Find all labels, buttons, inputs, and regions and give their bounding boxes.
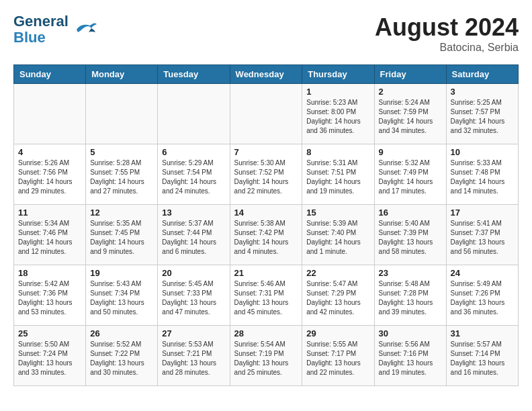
day-info: Sunrise: 5:24 AMSunset: 7:59 PMDaylight:…: [379, 98, 442, 136]
calendar-header-row: SundayMondayTuesdayWednesdayThursdayFrid…: [14, 65, 519, 84]
day-info: Sunrise: 5:47 AMSunset: 7:29 PMDaylight:…: [306, 279, 369, 317]
day-info: Sunrise: 5:31 AMSunset: 7:51 PMDaylight:…: [306, 158, 369, 196]
day-number: 27: [162, 328, 225, 338]
day-info: Sunrise: 5:48 AMSunset: 7:28 PMDaylight:…: [379, 279, 442, 317]
day-number: 9: [379, 147, 442, 157]
day-info: Sunrise: 5:39 AMSunset: 7:40 PMDaylight:…: [306, 219, 369, 257]
calendar-cell: 23Sunrise: 5:48 AMSunset: 7:28 PMDayligh…: [374, 265, 446, 326]
day-info: Sunrise: 5:37 AMSunset: 7:44 PMDaylight:…: [162, 219, 225, 257]
calendar-cell: 24Sunrise: 5:49 AMSunset: 7:26 PMDayligh…: [446, 265, 518, 326]
day-number: 7: [234, 147, 298, 157]
day-number: 14: [234, 208, 298, 218]
calendar-cell: [86, 84, 158, 144]
calendar-cell: 13Sunrise: 5:37 AMSunset: 7:44 PMDayligh…: [158, 205, 230, 265]
calendar-cell: 27Sunrise: 5:53 AMSunset: 7:21 PMDayligh…: [158, 326, 230, 386]
day-info: Sunrise: 5:49 AMSunset: 7:26 PMDaylight:…: [451, 279, 514, 317]
day-number: 5: [90, 147, 153, 157]
day-number: 11: [18, 208, 81, 218]
page-header: GeneralBlue August 2024 Batocina, Serbia: [13, 13, 519, 54]
day-info: Sunrise: 5:52 AMSunset: 7:22 PMDaylight:…: [90, 340, 153, 377]
calendar-table: SundayMondayTuesdayWednesdayThursdayFrid…: [13, 64, 519, 386]
calendar-week-row: 4Sunrise: 5:26 AMSunset: 7:56 PMDaylight…: [14, 144, 519, 205]
day-number: 31: [451, 328, 514, 338]
calendar-cell: 30Sunrise: 5:56 AMSunset: 7:16 PMDayligh…: [374, 326, 446, 386]
day-info: Sunrise: 5:32 AMSunset: 7:49 PMDaylight:…: [379, 158, 442, 196]
day-number: 15: [306, 208, 369, 218]
calendar-cell: 6Sunrise: 5:29 AMSunset: 7:54 PMDaylight…: [158, 144, 230, 205]
calendar-week-row: 18Sunrise: 5:42 AMSunset: 7:36 PMDayligh…: [14, 265, 519, 326]
calendar-cell: 29Sunrise: 5:55 AMSunset: 7:17 PMDayligh…: [302, 326, 374, 386]
calendar-cell: 11Sunrise: 5:34 AMSunset: 7:46 PMDayligh…: [14, 205, 86, 265]
day-info: Sunrise: 5:28 AMSunset: 7:55 PMDaylight:…: [90, 158, 153, 196]
calendar-cell: [14, 84, 86, 144]
weekday-header-wednesday: Wednesday: [230, 65, 302, 84]
day-info: Sunrise: 5:26 AMSunset: 7:56 PMDaylight:…: [18, 158, 81, 196]
day-info: Sunrise: 5:41 AMSunset: 7:37 PMDaylight:…: [451, 219, 514, 257]
day-number: 6: [162, 147, 225, 157]
calendar-cell: 18Sunrise: 5:42 AMSunset: 7:36 PMDayligh…: [14, 265, 86, 326]
calendar-cell: 1Sunrise: 5:23 AMSunset: 8:00 PMDaylight…: [302, 84, 374, 144]
day-info: Sunrise: 5:34 AMSunset: 7:46 PMDaylight:…: [18, 219, 81, 257]
day-number: 19: [90, 268, 153, 278]
month-year: August 2024: [375, 13, 519, 42]
calendar-cell: 7Sunrise: 5:30 AMSunset: 7:52 PMDaylight…: [230, 144, 302, 205]
day-number: 21: [234, 268, 298, 278]
day-info: Sunrise: 5:29 AMSunset: 7:54 PMDaylight:…: [162, 158, 225, 196]
day-number: 23: [379, 268, 442, 278]
calendar-cell: 26Sunrise: 5:52 AMSunset: 7:22 PMDayligh…: [86, 326, 158, 386]
day-info: Sunrise: 5:33 AMSunset: 7:48 PMDaylight:…: [451, 158, 514, 196]
day-number: 25: [18, 328, 81, 338]
calendar-cell: 14Sunrise: 5:38 AMSunset: 7:42 PMDayligh…: [230, 205, 302, 265]
calendar-cell: 9Sunrise: 5:32 AMSunset: 7:49 PMDaylight…: [374, 144, 446, 205]
day-info: Sunrise: 5:46 AMSunset: 7:31 PMDaylight:…: [234, 279, 298, 317]
day-info: Sunrise: 5:40 AMSunset: 7:39 PMDaylight:…: [379, 219, 442, 257]
day-info: Sunrise: 5:23 AMSunset: 8:00 PMDaylight:…: [306, 98, 369, 136]
calendar-cell: 20Sunrise: 5:45 AMSunset: 7:33 PMDayligh…: [158, 265, 230, 326]
day-number: 22: [306, 268, 369, 278]
day-info: Sunrise: 5:35 AMSunset: 7:45 PMDaylight:…: [90, 219, 153, 257]
weekday-header-saturday: Saturday: [446, 65, 518, 84]
calendar-cell: 22Sunrise: 5:47 AMSunset: 7:29 PMDayligh…: [302, 265, 374, 326]
weekday-header-sunday: Sunday: [14, 65, 86, 84]
day-number: 1: [306, 87, 369, 97]
day-number: 8: [306, 147, 369, 157]
calendar-cell: 10Sunrise: 5:33 AMSunset: 7:48 PMDayligh…: [446, 144, 518, 205]
day-number: 16: [379, 208, 442, 218]
day-number: 10: [451, 147, 514, 157]
day-number: 29: [306, 328, 369, 338]
day-number: 2: [379, 87, 442, 97]
day-number: 24: [451, 268, 514, 278]
calendar-cell: 16Sunrise: 5:40 AMSunset: 7:39 PMDayligh…: [374, 205, 446, 265]
calendar-cell: 2Sunrise: 5:24 AMSunset: 7:59 PMDaylight…: [374, 84, 446, 144]
day-number: 30: [379, 328, 442, 338]
day-info: Sunrise: 5:56 AMSunset: 7:16 PMDaylight:…: [379, 340, 442, 377]
day-info: Sunrise: 5:43 AMSunset: 7:34 PMDaylight:…: [90, 279, 153, 317]
day-info: Sunrise: 5:30 AMSunset: 7:52 PMDaylight:…: [234, 158, 298, 196]
day-number: 20: [162, 268, 225, 278]
calendar-cell: 17Sunrise: 5:41 AMSunset: 7:37 PMDayligh…: [446, 205, 518, 265]
day-info: Sunrise: 5:55 AMSunset: 7:17 PMDaylight:…: [306, 340, 369, 377]
calendar-cell: 28Sunrise: 5:54 AMSunset: 7:19 PMDayligh…: [230, 326, 302, 386]
day-info: Sunrise: 5:50 AMSunset: 7:24 PMDaylight:…: [18, 340, 81, 377]
calendar-week-row: 25Sunrise: 5:50 AMSunset: 7:24 PMDayligh…: [14, 326, 519, 386]
calendar-cell: 12Sunrise: 5:35 AMSunset: 7:45 PMDayligh…: [86, 205, 158, 265]
calendar-week-row: 1Sunrise: 5:23 AMSunset: 8:00 PMDaylight…: [14, 84, 519, 144]
day-number: 3: [451, 87, 514, 97]
logo: GeneralBlue: [13, 13, 98, 46]
calendar-cell: [158, 84, 230, 144]
calendar-week-row: 11Sunrise: 5:34 AMSunset: 7:46 PMDayligh…: [14, 205, 519, 265]
calendar-cell: 5Sunrise: 5:28 AMSunset: 7:55 PMDaylight…: [86, 144, 158, 205]
calendar-cell: 4Sunrise: 5:26 AMSunset: 7:56 PMDaylight…: [14, 144, 86, 205]
weekday-header-friday: Friday: [374, 65, 446, 84]
logo-bird-icon: [71, 17, 98, 42]
calendar-cell: 31Sunrise: 5:57 AMSunset: 7:14 PMDayligh…: [446, 326, 518, 386]
logo-text: GeneralBlue: [13, 13, 69, 46]
day-number: 17: [451, 208, 514, 218]
calendar-cell: 19Sunrise: 5:43 AMSunset: 7:34 PMDayligh…: [86, 265, 158, 326]
weekday-header-monday: Monday: [86, 65, 158, 84]
day-info: Sunrise: 5:38 AMSunset: 7:42 PMDaylight:…: [234, 219, 298, 257]
calendar-cell: 25Sunrise: 5:50 AMSunset: 7:24 PMDayligh…: [14, 326, 86, 386]
day-info: Sunrise: 5:45 AMSunset: 7:33 PMDaylight:…: [162, 279, 225, 317]
day-info: Sunrise: 5:54 AMSunset: 7:19 PMDaylight:…: [234, 340, 298, 377]
calendar-cell: [230, 84, 302, 144]
